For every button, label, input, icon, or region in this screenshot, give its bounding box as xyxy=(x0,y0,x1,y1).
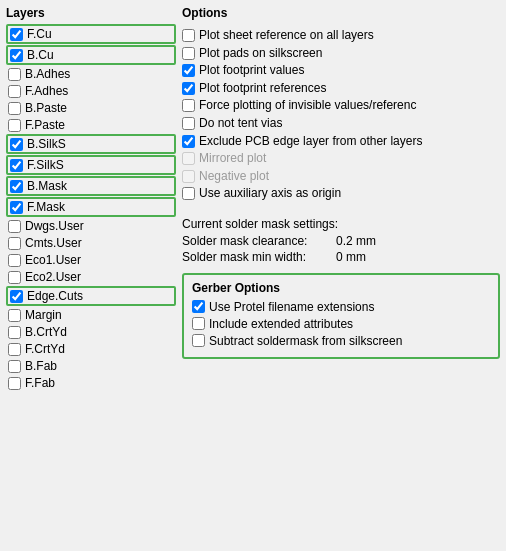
layer-checkbox-edge-cuts[interactable] xyxy=(10,290,23,303)
layer-label-edge-cuts: Edge.Cuts xyxy=(27,289,83,303)
gerber-option-label-0: Use Protel filename extensions xyxy=(209,300,374,314)
layer-item-f-cu: F.Cu xyxy=(6,24,176,44)
gerber-option-item-1: Include extended attributes xyxy=(192,317,490,331)
layer-label-b-adhes: B.Adhes xyxy=(25,67,70,81)
gerber-option-checkbox-2[interactable] xyxy=(192,334,205,347)
gerber-option-item-2: Subtract soldermask from silkscreen xyxy=(192,334,490,348)
layer-label-dwgs-user: Dwgs.User xyxy=(25,219,84,233)
layer-checkbox-eco2-user[interactable] xyxy=(8,271,21,284)
option-checkbox-3[interactable] xyxy=(182,82,195,95)
options-title: Options xyxy=(182,6,500,20)
option-checkbox-7 xyxy=(182,152,195,165)
option-label-6: Exclude PCB edge layer from other layers xyxy=(199,134,422,150)
layer-item-b-paste: B.Paste xyxy=(6,100,176,116)
layer-label-eco1-user: Eco1.User xyxy=(25,253,81,267)
option-item-5: Do not tent vias xyxy=(182,115,500,133)
option-item-2: Plot footprint values xyxy=(182,62,500,80)
option-checkbox-4[interactable] xyxy=(182,99,195,112)
layer-label-f-crtyd: F.CrtYd xyxy=(25,342,65,356)
layer-item-b-adhes: B.Adhes xyxy=(6,66,176,82)
option-item-8: Negative plot xyxy=(182,168,500,186)
layer-item-cmts-user: Cmts.User xyxy=(6,235,176,251)
solder-mask-minwidth-value: 0 mm xyxy=(336,250,366,264)
layer-item-f-adhes: F.Adhes xyxy=(6,83,176,99)
layer-checkbox-f-adhes[interactable] xyxy=(8,85,21,98)
gerber-option-label-2: Subtract soldermask from silkscreen xyxy=(209,334,402,348)
layer-item-f-mask: F.Mask xyxy=(6,197,176,217)
option-label-7: Mirrored plot xyxy=(199,151,266,167)
layers-list: F.CuB.CuB.AdhesF.AdhesB.PasteF.PasteB.Si… xyxy=(6,24,176,391)
option-checkbox-5[interactable] xyxy=(182,117,195,130)
layer-checkbox-b-fab[interactable] xyxy=(8,360,21,373)
solder-mask-clearance-row: Solder mask clearance: 0.2 mm xyxy=(182,234,500,248)
layer-item-f-paste: F.Paste xyxy=(6,117,176,133)
layer-item-edge-cuts: Edge.Cuts xyxy=(6,286,176,306)
option-checkbox-6[interactable] xyxy=(182,135,195,148)
layer-item-f-silks: F.SilkS xyxy=(6,155,176,175)
option-label-3: Plot footprint references xyxy=(199,81,326,97)
option-checkbox-2[interactable] xyxy=(182,64,195,77)
solder-mask-title: Current solder mask settings: xyxy=(182,217,500,231)
layer-item-b-fab: B.Fab xyxy=(6,358,176,374)
gerber-options-box: Gerber Options Use Protel filename exten… xyxy=(182,273,500,359)
layer-item-b-mask: B.Mask xyxy=(6,176,176,196)
option-checkbox-1[interactable] xyxy=(182,47,195,60)
option-checkbox-9[interactable] xyxy=(182,187,195,200)
layer-checkbox-b-paste[interactable] xyxy=(8,102,21,115)
option-checkbox-0[interactable] xyxy=(182,29,195,42)
layer-item-f-crtyd: F.CrtYd xyxy=(6,341,176,357)
layer-label-f-paste: F.Paste xyxy=(25,118,65,132)
solder-mask-clearance-value: 0.2 mm xyxy=(336,234,376,248)
option-item-0: Plot sheet reference on all layers xyxy=(182,27,500,45)
layers-panel: Layers F.CuB.CuB.AdhesF.AdhesB.PasteF.Pa… xyxy=(6,6,176,545)
layer-checkbox-b-silks[interactable] xyxy=(10,138,23,151)
gerber-option-checkbox-1[interactable] xyxy=(192,317,205,330)
layer-checkbox-eco1-user[interactable] xyxy=(8,254,21,267)
solder-mask-clearance-label: Solder mask clearance: xyxy=(182,234,332,248)
layer-label-cmts-user: Cmts.User xyxy=(25,236,82,250)
layer-checkbox-margin[interactable] xyxy=(8,309,21,322)
layer-label-f-fab: F.Fab xyxy=(25,376,55,390)
option-label-5: Do not tent vias xyxy=(199,116,282,132)
layer-checkbox-b-mask[interactable] xyxy=(10,180,23,193)
separator xyxy=(182,206,500,212)
option-label-2: Plot footprint values xyxy=(199,63,304,79)
layer-checkbox-f-cu[interactable] xyxy=(10,28,23,41)
option-label-8: Negative plot xyxy=(199,169,269,185)
gerber-option-item-0: Use Protel filename extensions xyxy=(192,300,490,314)
layer-label-margin: Margin xyxy=(25,308,62,322)
layer-label-b-silks: B.SilkS xyxy=(27,137,66,151)
solder-mask-minwidth-label: Solder mask min width: xyxy=(182,250,332,264)
layer-checkbox-dwgs-user[interactable] xyxy=(8,220,21,233)
layer-checkbox-f-mask[interactable] xyxy=(10,201,23,214)
layer-checkbox-f-fab[interactable] xyxy=(8,377,21,390)
layer-label-f-silks: F.SilkS xyxy=(27,158,64,172)
layer-label-f-adhes: F.Adhes xyxy=(25,84,68,98)
layers-title: Layers xyxy=(6,6,176,20)
layer-checkbox-f-crtyd[interactable] xyxy=(8,343,21,356)
layer-item-b-cu: B.Cu xyxy=(6,45,176,65)
gerber-options-list: Use Protel filename extensionsInclude ex… xyxy=(192,300,490,348)
layer-label-b-paste: B.Paste xyxy=(25,101,67,115)
layer-item-eco2-user: Eco2.User xyxy=(6,269,176,285)
option-item-1: Plot pads on silkscreen xyxy=(182,45,500,63)
layer-item-eco1-user: Eco1.User xyxy=(6,252,176,268)
layer-checkbox-b-cu[interactable] xyxy=(10,49,23,62)
layer-label-f-mask: F.Mask xyxy=(27,200,65,214)
layer-checkbox-b-crtyd[interactable] xyxy=(8,326,21,339)
layer-checkbox-cmts-user[interactable] xyxy=(8,237,21,250)
layer-label-b-crtyd: B.CrtYd xyxy=(25,325,67,339)
options-panel: Options Plot sheet reference on all laye… xyxy=(182,6,500,545)
layer-checkbox-f-silks[interactable] xyxy=(10,159,23,172)
options-list: Plot sheet reference on all layersPlot p… xyxy=(182,27,500,203)
layer-checkbox-b-adhes[interactable] xyxy=(8,68,21,81)
layer-item-b-crtyd: B.CrtYd xyxy=(6,324,176,340)
gerber-option-checkbox-0[interactable] xyxy=(192,300,205,313)
layer-item-margin: Margin xyxy=(6,307,176,323)
layer-label-eco2-user: Eco2.User xyxy=(25,270,81,284)
option-label-0: Plot sheet reference on all layers xyxy=(199,28,374,44)
layer-checkbox-f-paste[interactable] xyxy=(8,119,21,132)
option-item-4: Force plotting of invisible values/refer… xyxy=(182,97,500,115)
layer-label-b-fab: B.Fab xyxy=(25,359,57,373)
layer-label-f-cu: F.Cu xyxy=(27,27,52,41)
